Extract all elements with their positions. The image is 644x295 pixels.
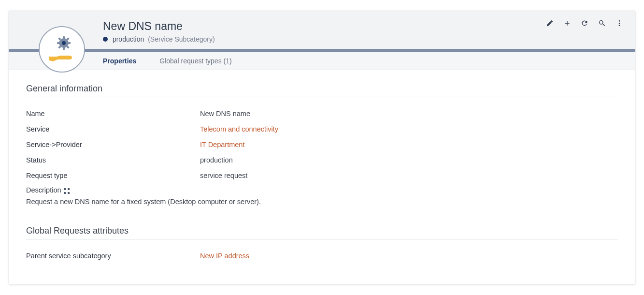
- field-value-link[interactable]: Telecom and connectivity: [200, 125, 278, 133]
- refresh-button[interactable]: [580, 19, 589, 28]
- pencil-icon: [546, 19, 554, 29]
- svg-rect-13: [64, 188, 66, 190]
- description-block: Description Request a new DNS name for a…: [26, 186, 618, 206]
- expand-icon[interactable]: [64, 188, 70, 193]
- svg-rect-14: [68, 188, 70, 190]
- section-global-title: Global Requests attributes: [26, 226, 618, 239]
- refresh-icon: [581, 19, 588, 29]
- field-value-link[interactable]: IT Department: [200, 141, 244, 148]
- plus-icon: [563, 19, 571, 29]
- status-dot-icon: [103, 37, 108, 42]
- record-avatar: [39, 26, 85, 73]
- field-row-name: Name New DNS name: [26, 106, 618, 121]
- general-fields: Name New DNS name Service Telecom and co…: [26, 106, 618, 206]
- search-button[interactable]: [598, 19, 606, 28]
- global-fields: Parent service subcategory New IP addres…: [26, 248, 618, 264]
- more-button[interactable]: [615, 19, 624, 28]
- tab-properties[interactable]: Properties: [103, 57, 136, 65]
- service-subcategory-icon: [46, 35, 77, 64]
- svg-rect-6: [63, 47, 65, 50]
- field-label: Service: [26, 125, 200, 133]
- field-value: service request: [200, 172, 247, 179]
- more-vertical-icon: [615, 19, 623, 29]
- field-label: Parent service subcategory: [26, 252, 200, 260]
- field-label: Request type: [26, 172, 200, 179]
- subtype-text: (Service Subcategory): [148, 35, 215, 43]
- svg-rect-16: [68, 192, 70, 194]
- add-button[interactable]: [563, 19, 572, 28]
- field-row-status: Status production: [26, 152, 618, 168]
- field-row-request-type: Request type service request: [26, 168, 618, 183]
- svg-rect-7: [57, 42, 60, 44]
- card-header: New DNS name production (Service Subcate…: [9, 11, 635, 49]
- field-label: Name: [26, 110, 200, 118]
- status-text: production: [113, 35, 144, 43]
- svg-rect-8: [68, 42, 71, 44]
- edit-button[interactable]: [545, 19, 554, 28]
- card-body: General information Name New DNS name Se…: [9, 70, 635, 284]
- field-row-parent-subcat: Parent service subcategory New IP addres…: [26, 248, 618, 264]
- svg-rect-5: [63, 36, 65, 39]
- svg-point-0: [619, 20, 620, 22]
- svg-point-4: [62, 41, 66, 45]
- field-row-provider: Service->Provider IT Department: [26, 137, 618, 152]
- field-value: production: [200, 156, 233, 164]
- record-card: New DNS name production (Service Subcate…: [9, 11, 635, 284]
- tab-global-request-types[interactable]: Global request types (1): [159, 57, 231, 65]
- field-value: New DNS name: [200, 110, 250, 118]
- description-label: Description: [26, 186, 61, 194]
- field-row-service: Service Telecom and connectivity: [26, 121, 618, 137]
- svg-point-1: [619, 22, 620, 24]
- field-label: Status: [26, 156, 200, 164]
- svg-rect-15: [64, 192, 66, 194]
- section-general-title: General information: [26, 84, 618, 97]
- description-text: Request a new DNS name for a fixed syste…: [26, 198, 618, 206]
- search-icon: [598, 19, 606, 29]
- field-label: Service->Provider: [26, 141, 200, 148]
- toolbar: [545, 19, 624, 28]
- svg-point-2: [619, 25, 620, 26]
- tabs-bar: Properties Global request types (1): [9, 52, 635, 70]
- subtitle-row: production (Service Subcategory): [103, 35, 635, 43]
- field-value-link[interactable]: New IP address: [200, 252, 249, 260]
